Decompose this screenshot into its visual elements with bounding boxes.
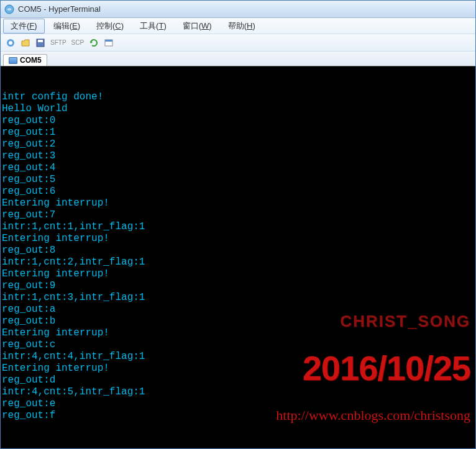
terminal-output[interactable]: intr config done!Hello Worldreg_out:0reg…	[1, 66, 475, 448]
terminal-line: intr:1,cnt:3,intr_flag:1	[2, 292, 474, 304]
terminal-line: intr:4,cnt:4,intr_flag:1	[2, 351, 474, 363]
app-window: COM5 - HyperTerminal 文件(F) 编辑(E) 控制(C) 工…	[0, 0, 476, 449]
terminal-line: reg_out:9	[2, 280, 474, 292]
app-icon	[4, 4, 14, 14]
terminal-line: reg_out:4	[2, 162, 474, 174]
tool-save-icon[interactable]	[34, 37, 47, 49]
terminal-line: intr:1,cnt:1,intr_flag:1	[2, 221, 474, 233]
tool-properties-icon[interactable]	[103, 37, 115, 49]
menu-window[interactable]: 窗口(W)	[175, 19, 219, 34]
terminal-line: reg_out:1	[2, 127, 474, 138]
terminal-line: Entering interrup!	[2, 327, 474, 339]
terminal-line: intr:1,cnt:2,intr_flag:1	[2, 256, 474, 268]
terminal-line: Entering interrup!	[2, 233, 474, 245]
tool-sftp[interactable]: SFTP	[49, 39, 68, 46]
toolbar: SFTP SCP	[1, 34, 475, 52]
terminal-line: intr config done!	[2, 91, 474, 103]
terminal-line: reg_out:f	[2, 410, 474, 422]
terminal-line: reg_out:6	[2, 186, 474, 197]
terminal-line: reg_out:a	[2, 304, 474, 315]
menu-file[interactable]: 文件(F)	[3, 19, 45, 34]
terminal-line: reg_out:8	[2, 245, 474, 256]
terminal-line: Entering interrup!	[2, 363, 474, 374]
tab-com5[interactable]: COM5	[3, 54, 47, 66]
terminal-line: reg_out:0	[2, 115, 474, 127]
terminal-line: reg_out:5	[2, 174, 474, 186]
menu-tools[interactable]: 工具(T)	[132, 19, 174, 34]
svg-rect-4	[38, 40, 43, 42]
menu-help[interactable]: 帮助(H)	[221, 19, 263, 34]
tool-open-icon[interactable]	[19, 37, 32, 49]
tool-refresh-icon[interactable]	[88, 37, 100, 49]
tabbar: COM5	[1, 52, 475, 66]
terminal-line: reg_out:c	[2, 339, 474, 351]
terminal-line: reg_out:d	[2, 374, 474, 386]
terminal-line: Entering interrup!	[2, 197, 474, 209]
terminal-icon	[9, 57, 17, 64]
menu-edit[interactable]: 编辑(E)	[46, 19, 88, 34]
svg-point-2	[9, 41, 12, 45]
window-title: COM5 - HyperTerminal	[18, 4, 101, 14]
titlebar: COM5 - HyperTerminal	[1, 1, 475, 18]
tab-label: COM5	[20, 56, 42, 65]
terminal-line: intr:4,cnt:5,intr_flag:1	[2, 386, 474, 398]
svg-rect-6	[105, 40, 112, 42]
menu-control[interactable]: 控制(C)	[89, 19, 131, 34]
terminal-line: reg_out:e	[2, 398, 474, 410]
tool-scp[interactable]: SCP	[70, 39, 86, 46]
terminal-line: reg_out:3	[2, 150, 474, 162]
tool-new-icon[interactable]	[4, 37, 17, 49]
menubar: 文件(F) 编辑(E) 控制(C) 工具(T) 窗口(W) 帮助(H)	[1, 18, 475, 34]
terminal-line: reg_out:b	[2, 315, 474, 327]
terminal-line: Entering interrup!	[2, 268, 474, 280]
terminal-line: reg_out:7	[2, 209, 474, 221]
terminal-line: Hello World	[2, 103, 474, 115]
terminal-line: reg_out:2	[2, 138, 474, 150]
